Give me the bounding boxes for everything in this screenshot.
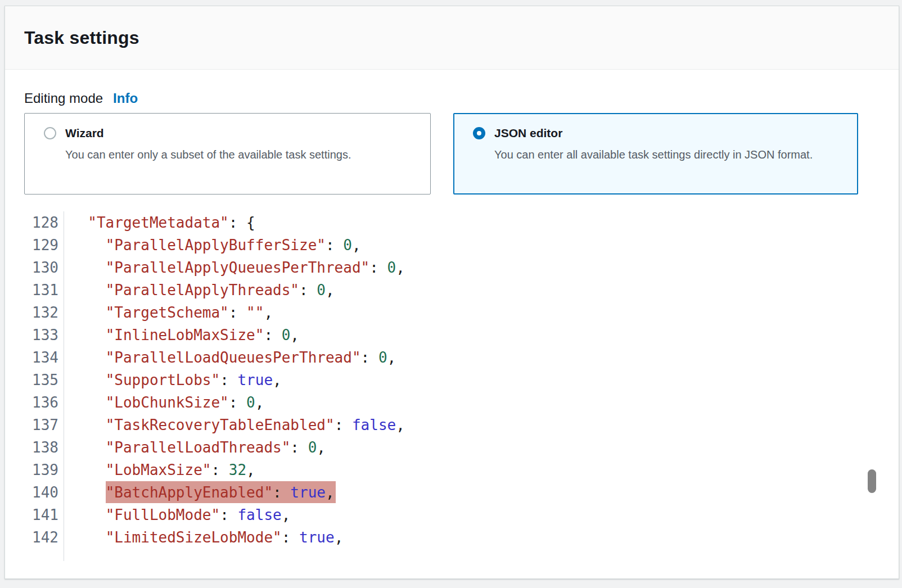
code-line[interactable]: "ParallelApplyThreads": 0, [64,279,335,301]
line-number: 142 [24,526,64,549]
code-tokens: "ParallelApplyThreads": 0, [106,282,335,298]
editor-line[interactable]: 140 "BatchApplyEnabled": true, [24,481,880,504]
indent [70,259,106,276]
editor-line[interactable]: 131 "ParallelApplyThreads": 0, [24,279,880,301]
code-line[interactable]: "ParallelLoadThreads": 0, [64,436,326,459]
task-settings-panel: Task settings Editing mode Info Wizard Y… [4,6,899,579]
token-key: "TaskRecoveryTableEnabled" [106,417,335,433]
token-punct: , [335,529,344,546]
json-editor-radio[interactable] [473,127,485,139]
code-line[interactable]: "LobChunkSize": 0, [64,391,264,414]
code-line[interactable]: "ParallelLoadQueuesPerThread": 0, [64,346,396,369]
gutter-tail [24,549,64,561]
code-tokens: "ParallelLoadThreads": 0, [106,439,326,456]
info-link[interactable]: Info [113,91,138,106]
code-line[interactable]: "TargetMetadata": { [64,211,255,234]
line-number: 137 [24,414,64,436]
editor-line[interactable]: 133 "InlineLobMaxSize": 0, [24,324,880,346]
editor-line[interactable]: 130 "ParallelApplyQueuesPerThread": 0, [24,256,880,279]
token-key: "ParallelApplyBufferSize" [106,237,326,254]
token-key: "ParallelApplyQueuesPerThread" [106,259,370,276]
json-editor-tile[interactable]: JSON editor You can enter all available … [453,113,858,195]
code-line[interactable]: "InlineLobMaxSize": 0, [64,324,299,346]
line-number: 134 [24,346,64,369]
editor-line[interactable]: 142 "LimitedSizeLobMode": true, [24,526,880,549]
line-number: 140 [24,481,64,504]
json-editor-description: You can enter all available task setting… [494,145,837,164]
wizard-label: Wizard [65,126,104,140]
editor-line[interactable]: 138 "ParallelLoadThreads": 0, [24,436,880,459]
code-line[interactable]: "ParallelApplyBufferSize": 0, [64,234,361,256]
editing-mode-label: Editing mode [24,91,103,106]
token-str: "" [246,304,264,321]
editor-line[interactable]: 136 "LobChunkSize": 0, [24,391,880,414]
code-line[interactable]: "TaskRecoveryTableEnabled": false, [64,414,405,436]
code-tokens: "ParallelApplyBufferSize": 0, [106,237,361,254]
code-line[interactable]: "LobMaxSize": 32, [64,459,255,481]
indent [70,349,106,366]
indent [70,282,106,298]
wizard-radio[interactable] [44,127,56,139]
editor-line[interactable]: 137 "TaskRecoveryTableEnabled": false, [24,414,880,436]
code-tokens: "ParallelApplyQueuesPerThread": 0, [106,259,405,276]
code-line[interactable]: "SupportLobs": true, [64,369,282,391]
token-punct: , [290,327,299,343]
editor-line[interactable]: 134 "ParallelLoadQueuesPerThread": 0, [24,346,880,369]
token-num: 0 [246,394,255,411]
panel-body: Editing mode Info Wizard You can enter o… [5,91,899,561]
token-punct: : [229,304,246,321]
token-punct: : [220,372,237,388]
editor-line[interactable]: 129 "ParallelApplyBufferSize": 0, [24,234,880,256]
code-tokens: "ParallelLoadQueuesPerThread": 0, [106,349,396,366]
code-line[interactable]: "ParallelApplyQueuesPerThread": 0, [64,256,405,279]
editor-line[interactable]: 141 "FullLobMode": false, [24,504,880,526]
code-tokens: "SupportLobs": true, [106,372,282,388]
token-key: "SupportLobs" [106,372,220,388]
indent [70,462,106,478]
line-number: 132 [24,301,64,324]
editor-line[interactable]: 128 "TargetMetadata": { [24,211,880,234]
code-tokens: "TargetMetadata": { [88,214,255,231]
token-key: "FullLobMode" [106,506,220,523]
code-line[interactable]: "FullLobMode": false, [64,504,290,526]
indent [70,214,88,231]
code-line[interactable]: "BatchApplyEnabled": true, [64,481,336,504]
line-number: 130 [24,256,64,279]
indent [70,417,106,433]
token-bool: true [237,372,273,388]
token-key: "InlineLobMaxSize" [106,327,264,343]
line-number: 133 [24,324,64,346]
line-number: 131 [24,279,64,301]
code-tokens: "LimitedSizeLobMode": true, [106,529,344,546]
token-punct: , [264,304,273,321]
token-punct: , [246,462,255,478]
search-highlight: "BatchApplyEnabled": true, [106,481,336,503]
editor-line[interactable]: 139 "LobMaxSize": 32, [24,459,880,481]
token-num: 32 [229,462,246,478]
token-key: "LobMaxSize" [106,462,211,478]
token-key: "ParallelLoadThreads" [106,439,291,456]
token-key: "TargetSchema" [106,304,229,321]
token-punct: , [273,372,282,388]
line-number: 135 [24,369,64,391]
line-number: 139 [24,459,64,481]
scrollbar-thumb[interactable] [868,469,876,493]
wizard-tile[interactable]: Wizard You can enter only a subset of th… [24,113,431,195]
indent [70,506,106,523]
editor-line[interactable]: 135 "SupportLobs": true, [24,369,880,391]
token-punct: : [299,282,317,298]
token-punct: , [255,394,264,411]
token-punct: : [369,259,387,276]
code-editor[interactable]: 128 "TargetMetadata": {129 "ParallelAppl… [24,211,880,561]
line-number: 138 [24,436,64,459]
token-num: 0 [387,259,396,276]
line-number: 141 [24,504,64,526]
token-punct: , [396,259,405,276]
line-number: 136 [24,391,64,414]
indent [70,304,106,321]
token-punct: : [273,484,290,501]
editor-line[interactable]: 132 "TargetSchema": "", [24,301,880,324]
code-line[interactable]: "TargetSchema": "", [64,301,273,324]
indent [70,327,106,343]
code-line[interactable]: "LimitedSizeLobMode": true, [64,526,343,549]
